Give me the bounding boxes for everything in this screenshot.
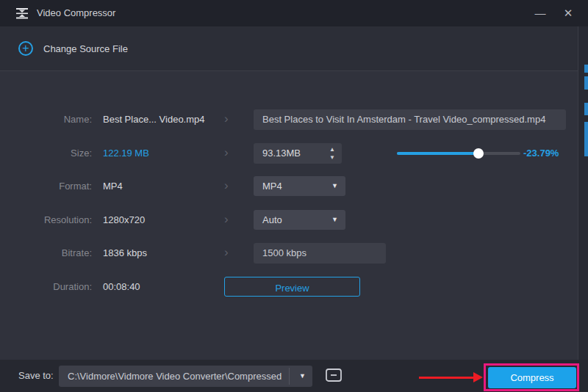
format-dropdown[interactable]: MP4 ▼ xyxy=(254,176,345,196)
chevron-right-icon: › xyxy=(224,175,229,196)
format-current-value: MP4 xyxy=(103,175,123,197)
open-folder-button[interactable] xyxy=(323,366,344,386)
save-path-value: C:\Vidmore\Vidmore Video Converter\Compr… xyxy=(68,366,284,387)
compress-button[interactable]: Compress xyxy=(488,367,576,388)
name-row: Name: Best Place... Video.mp4 › xyxy=(0,109,578,131)
field-divider xyxy=(289,368,290,385)
chevron-right-icon: › xyxy=(224,109,229,129)
resolution-current-value: 1280x720 xyxy=(103,209,145,231)
size-new-value: 93.13MB xyxy=(262,143,301,164)
format-selected: MP4 xyxy=(262,176,282,196)
background-window-fragment xyxy=(584,65,588,73)
chevron-right-icon: › xyxy=(224,142,229,163)
background-window-fragment xyxy=(584,103,588,115)
change-source-label: Change Source File xyxy=(43,43,128,54)
footer-bar: Save to: C:\Vidmore\Vidmore Video Conver… xyxy=(0,360,588,392)
spinner-down-icon[interactable]: ▼ xyxy=(327,155,337,161)
add-icon: + xyxy=(18,41,33,56)
settings-panel: Name: Best Place... Video.mp4 › Size: 12… xyxy=(0,70,588,360)
output-name-input[interactable] xyxy=(254,109,566,130)
resolution-dropdown[interactable]: Auto ▼ xyxy=(254,210,345,230)
resolution-label: Resolution: xyxy=(18,209,92,231)
size-row: Size: 122.19 MB › 93.13MB ▲ ▼ -23.79% xyxy=(0,142,578,164)
background-window-fragment xyxy=(584,76,588,90)
resolution-selected: Auto xyxy=(262,210,282,230)
change-source-file-button[interactable]: + Change Source File xyxy=(18,37,128,59)
dropdown-arrow-icon: ▼ xyxy=(331,210,338,230)
dropdown-arrow-icon[interactable]: ▼ xyxy=(299,366,306,387)
save-path-field[interactable]: C:\Vidmore\Vidmore Video Converter\Compr… xyxy=(59,366,312,387)
preview-button[interactable]: Preview xyxy=(224,277,360,297)
compress-icon xyxy=(15,6,29,21)
duration-label: Duration: xyxy=(18,276,92,298)
background-window-edge xyxy=(578,26,588,360)
size-slider-handle[interactable] xyxy=(473,148,484,159)
size-reduction-percent: -23.79% xyxy=(523,142,559,164)
bitrate-label: Bitrate: xyxy=(18,242,92,264)
name-label: Name: xyxy=(18,109,92,131)
title-bar: Video Compressor — ✕ xyxy=(0,0,588,26)
format-label: Format: xyxy=(18,175,92,197)
open-folder-icon xyxy=(325,367,343,383)
chevron-right-icon: › xyxy=(224,242,229,263)
annotation-arrow-head xyxy=(473,372,483,382)
video-compressor-window: Video Compressor — ✕ + Change Source Fil… xyxy=(0,0,588,392)
page-title: Video Compressor xyxy=(37,0,115,26)
spinner-up-icon[interactable]: ▲ xyxy=(327,147,337,153)
name-current-value: Best Place... Video.mp4 xyxy=(103,109,205,131)
save-to-label: Save to: xyxy=(18,360,54,392)
background-window-fragment xyxy=(584,122,588,156)
minimize-button[interactable]: — xyxy=(529,0,551,26)
resolution-row: Resolution: 1280x720 › Auto ▼ xyxy=(0,209,578,231)
duration-row: Duration: 00:08:40 Preview xyxy=(0,276,578,298)
spinner-arrows[interactable]: ▲ ▼ xyxy=(327,145,337,162)
close-icon[interactable]: ✕ xyxy=(557,0,579,26)
annotation-arrow xyxy=(419,377,475,379)
source-section: + Change Source File xyxy=(0,26,588,70)
format-row: Format: MP4 › MP4 ▼ xyxy=(0,175,578,197)
size-slider[interactable] xyxy=(397,142,520,164)
size-slider-fill xyxy=(397,152,478,155)
size-spinner[interactable]: 93.13MB ▲ ▼ xyxy=(254,143,342,164)
chevron-right-icon: › xyxy=(224,209,229,230)
duration-current-value: 00:08:40 xyxy=(103,276,140,298)
dropdown-arrow-icon: ▼ xyxy=(331,176,338,196)
bitrate-row: Bitrate: 1836 kbps › xyxy=(0,242,578,264)
size-label: Size: xyxy=(18,142,92,164)
size-current-value: 122.19 MB xyxy=(103,142,149,164)
bitrate-current-value: 1836 kbps xyxy=(103,242,147,264)
bitrate-input[interactable] xyxy=(254,243,386,264)
